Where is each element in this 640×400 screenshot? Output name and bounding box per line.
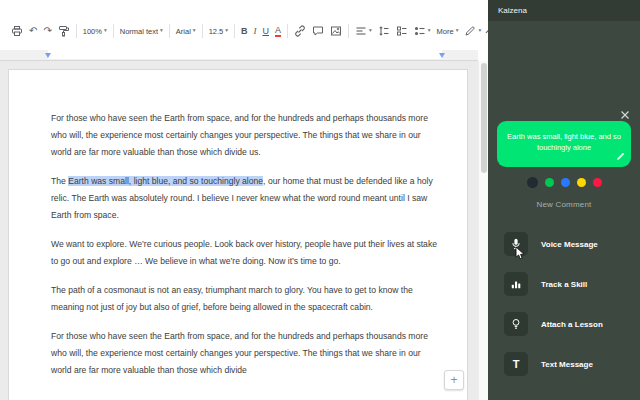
comment-actions: Voice Message Track a Skill Attach a Les… bbox=[488, 224, 640, 384]
font-value: Arial bbox=[176, 27, 191, 36]
link-icon bbox=[294, 25, 306, 37]
chevron-down-icon: ▾ bbox=[428, 28, 431, 34]
color-dot-green[interactable] bbox=[545, 178, 554, 187]
undo-icon: ↶ bbox=[29, 26, 37, 36]
toolbar-divider bbox=[287, 24, 288, 38]
paragraph-text: We want to explore. We’re curious people… bbox=[51, 239, 437, 266]
checklist-button[interactable] bbox=[393, 21, 411, 41]
chevron-down-icon: ▾ bbox=[456, 28, 459, 34]
left-margin-marker[interactable] bbox=[45, 53, 51, 58]
more-button[interactable]: More ▾ bbox=[434, 21, 462, 41]
bold-button[interactable]: B bbox=[238, 21, 251, 41]
zoom-value: 100% bbox=[83, 27, 102, 36]
bar-chart-icon bbox=[504, 272, 528, 296]
color-dot-yellow[interactable] bbox=[577, 178, 586, 187]
color-dot-black[interactable] bbox=[527, 177, 538, 188]
bold-icon: B bbox=[241, 26, 248, 36]
italic-button[interactable]: I bbox=[251, 21, 260, 41]
paint-format-icon bbox=[58, 25, 70, 37]
underline-icon: U bbox=[263, 26, 270, 36]
paragraph[interactable]: For those who have seen the Earth from s… bbox=[51, 110, 439, 161]
app-window: ↶ ↷ 100% ▾ Normal text ▾ Arial ▾ 12.5 ▾ bbox=[0, 0, 640, 400]
lightbulb-icon bbox=[504, 312, 528, 336]
vertical-scrollbar[interactable] bbox=[478, 61, 488, 400]
highlighted-commented-text[interactable]: Earth was small, light blue, and so touc… bbox=[68, 176, 263, 186]
print-icon bbox=[11, 25, 23, 37]
comment-bubble[interactable]: Earth was small, light blue, and so touc… bbox=[497, 121, 631, 167]
paragraph[interactable]: We want to explore. We’re curious people… bbox=[51, 236, 439, 270]
undo-button[interactable]: ↶ bbox=[26, 21, 40, 41]
zoom-select[interactable]: 100% ▾ bbox=[80, 21, 110, 41]
explore-button[interactable]: + bbox=[444, 370, 464, 390]
chevron-down-icon: ▾ bbox=[193, 28, 196, 34]
align-left-icon bbox=[355, 25, 367, 37]
chevron-down-icon: ▾ bbox=[478, 28, 481, 34]
redo-button[interactable]: ↷ bbox=[40, 21, 54, 41]
paint-format-button[interactable] bbox=[55, 21, 73, 41]
action-text-message[interactable]: T Text Message bbox=[488, 344, 640, 384]
document-canvas: For those who have seen the Earth from s… bbox=[0, 61, 478, 400]
checklist-icon bbox=[396, 25, 408, 37]
kaizena-panel: Kaizena Earth was small, light blue, and… bbox=[488, 0, 640, 400]
action-label: Text Message bbox=[541, 360, 593, 369]
font-select[interactable]: Arial ▾ bbox=[173, 21, 199, 41]
paragraph[interactable]: The Earth was small, light blue, and so … bbox=[51, 173, 439, 224]
paragraph[interactable]: The path of a cosmonaut is not an easy, … bbox=[51, 282, 439, 316]
paragraph-text: The path of a cosmonaut is not an easy, … bbox=[51, 285, 413, 312]
action-label: Track a Skill bbox=[541, 280, 587, 289]
comment-bubble-text: Earth was small, light blue, and so touc… bbox=[507, 132, 621, 152]
italic-icon: I bbox=[254, 26, 257, 36]
insert-link-button[interactable] bbox=[291, 21, 309, 41]
insert-image-button[interactable] bbox=[327, 21, 345, 41]
color-dot-blue[interactable] bbox=[561, 178, 570, 187]
text-color-icon: A bbox=[275, 26, 281, 37]
paragraph-text: The bbox=[51, 176, 68, 186]
text-message-icon: T bbox=[504, 352, 528, 376]
chevron-down-icon: ▾ bbox=[104, 28, 107, 34]
plus-icon: + bbox=[450, 373, 457, 387]
chevron-down-icon: ▾ bbox=[225, 28, 228, 34]
more-label: More bbox=[437, 27, 454, 36]
action-label: Attach a Lesson bbox=[541, 320, 603, 329]
paragraph-text: For those who have seen the Earth from s… bbox=[51, 331, 428, 375]
paragraph-text: For those who have seen the Earth from s… bbox=[51, 113, 428, 157]
docs-toolbar: ↶ ↷ 100% ▾ Normal text ▾ Arial ▾ 12.5 ▾ bbox=[0, 16, 488, 46]
ruler-active-region bbox=[48, 50, 442, 59]
toolbar-divider bbox=[202, 24, 203, 38]
panel-header: Kaizena bbox=[488, 0, 640, 21]
add-comment-button[interactable] bbox=[309, 21, 327, 41]
paragraph[interactable]: For those who have seen the Earth from s… bbox=[51, 328, 439, 379]
font-size-select[interactable]: 12.5 ▾ bbox=[206, 21, 231, 41]
comment-icon bbox=[312, 25, 324, 37]
bulleted-list-button[interactable]: ▾ bbox=[411, 21, 434, 41]
close-icon[interactable] bbox=[620, 106, 630, 116]
line-spacing-icon bbox=[378, 25, 390, 37]
print-button[interactable] bbox=[8, 21, 26, 41]
style-value: Normal text bbox=[120, 27, 158, 36]
action-label: Voice Message bbox=[541, 240, 598, 249]
toolbar-divider bbox=[348, 24, 349, 38]
font-size-value: 12.5 bbox=[209, 27, 224, 36]
align-button[interactable]: ▾ bbox=[352, 21, 375, 41]
text-color-button[interactable]: A bbox=[272, 21, 284, 41]
right-margin-marker[interactable] bbox=[439, 53, 445, 58]
ruler[interactable] bbox=[0, 50, 478, 61]
color-dot-red[interactable] bbox=[593, 178, 602, 187]
paragraph-style-select[interactable]: Normal text ▾ bbox=[117, 21, 166, 41]
editing-mode-button[interactable]: ▾ bbox=[461, 21, 484, 41]
underline-button[interactable]: U bbox=[260, 21, 273, 41]
action-attach-a-lesson[interactable]: Attach a Lesson bbox=[488, 304, 640, 344]
scrollbar-thumb[interactable] bbox=[481, 63, 487, 173]
microphone-icon bbox=[504, 232, 528, 256]
document-page[interactable]: For those who have seen the Earth from s… bbox=[8, 69, 468, 400]
action-voice-message[interactable]: Voice Message bbox=[488, 224, 640, 264]
new-comment-title: New Comment bbox=[488, 200, 640, 209]
action-track-a-skill[interactable]: Track a Skill bbox=[488, 264, 640, 304]
highlight-color-picker bbox=[488, 177, 640, 188]
pencil-icon bbox=[464, 25, 476, 37]
line-spacing-button[interactable] bbox=[375, 21, 393, 41]
toolbar-divider bbox=[76, 24, 77, 38]
toolbar-divider bbox=[113, 24, 114, 38]
edit-pencil-icon[interactable] bbox=[616, 152, 625, 164]
redo-icon: ↷ bbox=[43, 26, 51, 36]
